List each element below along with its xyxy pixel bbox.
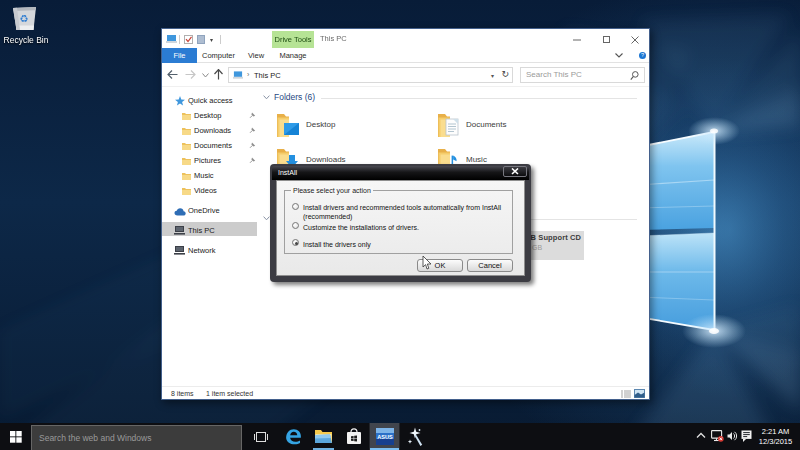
svg-text:ASUS: ASUS — [377, 434, 393, 440]
svg-text:♻: ♻ — [20, 13, 29, 24]
